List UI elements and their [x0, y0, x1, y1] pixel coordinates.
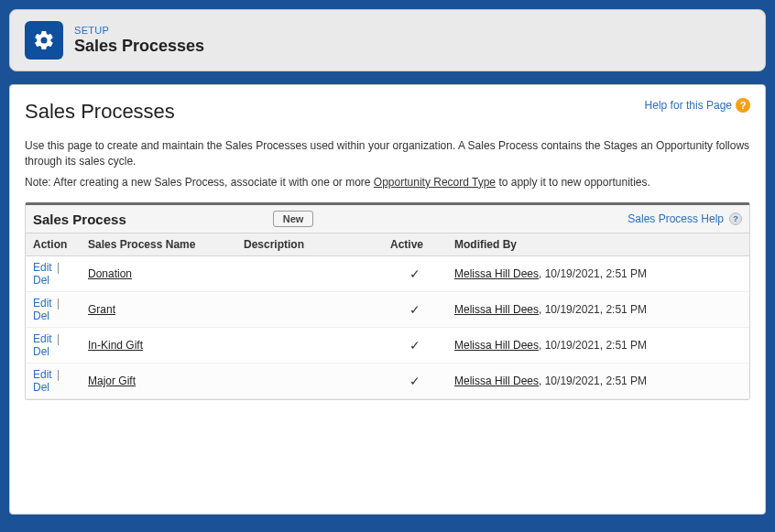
- page-title: Sales Processes: [25, 100, 175, 124]
- action-separator: |: [54, 297, 60, 309]
- modified-at: , 10/19/2021, 2:51 PM: [539, 339, 647, 352]
- name-cell: Grant: [81, 292, 236, 328]
- sales-process-table: Action Sales Process Name Description Ac…: [26, 233, 749, 399]
- action-separator: |: [54, 332, 60, 345]
- edit-link[interactable]: Edit: [33, 261, 52, 274]
- table-row: Edit | DelDonation✓Melissa Hill Dees, 10…: [26, 256, 749, 292]
- action-cell: Edit | Del: [26, 292, 81, 328]
- gear-icon: [25, 21, 63, 60]
- modified-by-user-link[interactable]: Melissa Hill Dees: [454, 339, 539, 352]
- delete-link[interactable]: Del: [33, 274, 49, 287]
- help-for-page-link[interactable]: Help for this Page ?: [645, 98, 750, 113]
- note-paragraph: Note: After creating a new Sales Process…: [25, 175, 750, 190]
- col-active: Active: [383, 233, 447, 256]
- modified-by-user-link[interactable]: Melissa Hill Dees: [454, 375, 539, 387]
- setup-header-card: SETUP Sales Processes: [9, 9, 766, 71]
- checkmark-icon: ✓: [409, 302, 420, 317]
- name-cell: Major Gift: [81, 364, 236, 399]
- description-cell: [236, 256, 383, 292]
- active-cell: ✓: [383, 292, 447, 328]
- note-prefix: Note: After creating a new Sales Process…: [25, 176, 374, 189]
- col-modified-by: Modified By: [447, 233, 749, 256]
- action-cell: Edit | Del: [26, 328, 81, 364]
- setup-eyebrow: SETUP: [74, 25, 204, 37]
- modified-by-cell: Melissa Hill Dees, 10/19/2021, 2:51 PM: [447, 292, 749, 328]
- sales-process-name-link[interactable]: Donation: [88, 267, 132, 280]
- modified-by-cell: Melissa Hill Dees, 10/19/2021, 2:51 PM: [447, 364, 749, 399]
- modified-by-user-link[interactable]: Melissa Hill Dees: [454, 267, 539, 280]
- panel-header: Sales Process New Sales Process Help ?: [26, 205, 749, 233]
- delete-link[interactable]: Del: [33, 309, 49, 322]
- action-cell: Edit | Del: [26, 256, 81, 292]
- edit-link[interactable]: Edit: [33, 297, 52, 309]
- new-button[interactable]: New: [273, 211, 314, 227]
- modified-by-cell: Melissa Hill Dees, 10/19/2021, 2:51 PM: [447, 328, 749, 364]
- active-cell: ✓: [383, 364, 447, 399]
- modified-at: , 10/19/2021, 2:51 PM: [539, 267, 647, 280]
- description-cell: [236, 364, 383, 399]
- action-cell: Edit | Del: [26, 364, 81, 399]
- col-description: Description: [236, 233, 383, 256]
- modified-at: , 10/19/2021, 2:51 PM: [539, 375, 647, 387]
- modified-by-cell: Melissa Hill Dees, 10/19/2021, 2:51 PM: [447, 256, 749, 292]
- help-icon: ?: [736, 98, 750, 113]
- active-cell: ✓: [383, 328, 447, 364]
- table-row: Edit | DelMajor Gift✓Melissa Hill Dees, …: [26, 364, 749, 399]
- checkmark-icon: ✓: [409, 338, 420, 353]
- sales-process-name-link[interactable]: In-Kind Gift: [88, 339, 143, 352]
- modified-at: , 10/19/2021, 2:51 PM: [539, 303, 647, 316]
- col-action: Action: [26, 233, 81, 256]
- note-suffix: to apply it to new opportunities.: [496, 176, 650, 189]
- setup-header-text: SETUP Sales Processes: [74, 25, 204, 57]
- table-row: Edit | DelGrant✓Melissa Hill Dees, 10/19…: [26, 292, 749, 328]
- intro-paragraph: Use this page to create and maintain the…: [25, 138, 750, 169]
- help-for-page-label: Help for this Page: [645, 99, 732, 112]
- modified-by-user-link[interactable]: Melissa Hill Dees: [454, 303, 539, 316]
- action-separator: |: [54, 261, 60, 274]
- sales-process-name-link[interactable]: Grant: [88, 303, 115, 316]
- name-cell: In-Kind Gift: [81, 328, 236, 364]
- sales-process-name-link[interactable]: Major Gift: [88, 375, 136, 387]
- setup-title: Sales Processes: [74, 37, 204, 57]
- help-icon: ?: [729, 212, 742, 225]
- description-cell: [236, 292, 383, 328]
- checkmark-icon: ✓: [409, 374, 420, 388]
- table-row: Edit | DelIn-Kind Gift✓Melissa Hill Dees…: [26, 328, 749, 364]
- table-header-row: Action Sales Process Name Description Ac…: [26, 233, 749, 256]
- action-separator: |: [54, 368, 60, 381]
- delete-link[interactable]: Del: [33, 381, 49, 394]
- opportunity-record-type-link[interactable]: Opportunity Record Type: [374, 176, 496, 189]
- active-cell: ✓: [383, 256, 447, 292]
- edit-link[interactable]: Edit: [33, 368, 52, 381]
- edit-link[interactable]: Edit: [33, 332, 52, 345]
- delete-link[interactable]: Del: [33, 345, 49, 358]
- sales-process-help-link[interactable]: Sales Process Help: [628, 212, 724, 225]
- name-cell: Donation: [81, 256, 236, 292]
- description-cell: [236, 328, 383, 364]
- checkmark-icon: ✓: [409, 266, 420, 281]
- content-card: Sales Processes Help for this Page ? Use…: [9, 84, 766, 515]
- col-name: Sales Process Name: [81, 233, 236, 256]
- panel-title: Sales Process: [33, 212, 126, 227]
- sales-process-panel: Sales Process New Sales Process Help ? A…: [25, 202, 750, 400]
